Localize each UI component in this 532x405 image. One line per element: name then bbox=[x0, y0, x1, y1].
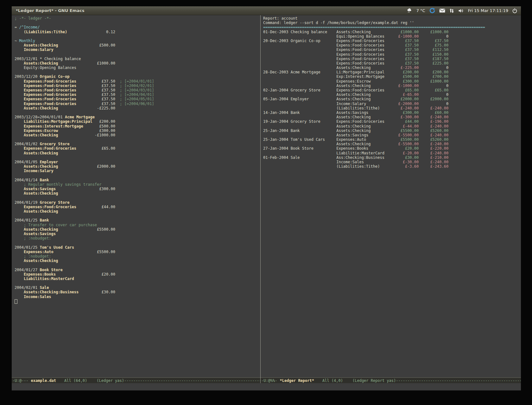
buffer-line: Assets:Checking:Business £30.00 bbox=[15, 290, 260, 294]
buffer-line: Liabilities:Mortgage:Principal £200.00 bbox=[15, 119, 260, 124]
register-row: 25-Jan-2004 BankAssets:Checking£5500.00£… bbox=[263, 128, 521, 133]
register-row: Assets:Savings£-5500.00£-240.00 bbox=[263, 133, 521, 137]
text-cursor bbox=[15, 299, 17, 304]
mail-icon[interactable] bbox=[439, 9, 445, 13]
echo-area[interactable] bbox=[12, 383, 521, 390]
buffer-line: Expenses:Food:Groceries £44.00 bbox=[15, 205, 260, 209]
emacs-frame: *Ledger Report* - GNU Emacs 7 °C bbox=[12, 6, 521, 390]
buffer-line bbox=[15, 173, 260, 178]
buffer-line: 2003/12/01 * Checking balance bbox=[15, 57, 260, 61]
register-row: 27-Jan-2004 Book StoreExpenses:Books£20.… bbox=[263, 146, 521, 151]
buffer-line bbox=[15, 214, 260, 218]
modeline-filler: ----------------------------------------… bbox=[396, 378, 521, 383]
buffer-line: Assets:Savings bbox=[15, 232, 260, 236]
buffer-line: Assets:Checking £2000.00 bbox=[15, 164, 260, 169]
buffer-line bbox=[15, 52, 260, 57]
buffer-line: = /^Income/ bbox=[15, 25, 260, 29]
ledger-file-buffer[interactable]: ; -*- ledger -*-= /^Income/ (Liabilities… bbox=[12, 15, 260, 377]
buffer-line: Income:Sales bbox=[15, 295, 260, 299]
report-separator: ========================================… bbox=[263, 25, 521, 29]
buffer-line: ; -*- ledger -*- bbox=[15, 16, 260, 21]
buffer-line: Assets:Checking bbox=[15, 259, 260, 263]
buffer-line: 2004/01/25 Bank bbox=[15, 218, 260, 222]
buffer-line: Expenses:Food:Groceries £37.50 ; [=2004/… bbox=[15, 92, 260, 97]
power-icon[interactable] bbox=[512, 8, 517, 13]
buffer-line bbox=[15, 299, 260, 303]
window-ledger-file: ; -*- ledger -*-= /^Income/ (Liabilities… bbox=[12, 15, 260, 383]
buffer-line: Assets:Checking -£225.00 bbox=[15, 106, 260, 110]
register-row: 05-Jan-2004 EmployerAssets:Checking£2000… bbox=[263, 97, 521, 101]
buffer-line bbox=[15, 34, 260, 39]
modeline-modes: (Ledger Report yas) bbox=[352, 378, 396, 383]
register-row: 14-Jan-2004 BankAssets:Savings£300.00£60… bbox=[263, 110, 521, 115]
modeline-flags: -U:@%%- bbox=[261, 378, 277, 383]
register-row: 28-Dec-2003 Acme MortgageLi:Mortgage:Pri… bbox=[263, 70, 521, 74]
register-row: 20-Dec-2003 Organic Co-opExpens:Food:Gro… bbox=[263, 39, 521, 43]
buffer-line: ; Transfer to cover car purchase bbox=[15, 223, 260, 227]
clock-label[interactable]: Fri 15 Mar 17:11:19 bbox=[468, 8, 508, 13]
modeline-flags: -U:@--- bbox=[12, 378, 28, 383]
register-row: 01-Feb-2004 SaleAss:Checking:Business£30… bbox=[263, 155, 521, 160]
report-title-line: Report: account bbox=[263, 16, 521, 21]
register-row: Expens:Food:Groceries£37.50£150.00 bbox=[263, 52, 521, 57]
buffer-line: 2003/12/20 Organic Co-op bbox=[15, 74, 260, 79]
buffer-line bbox=[15, 70, 260, 74]
buffer-line: Assets:Savings £300.00 bbox=[15, 187, 260, 191]
register-row: Assets:Checking£-44.00£-240.00 bbox=[263, 124, 521, 128]
buffer-line: Assets:Checking £5500.00 bbox=[15, 227, 260, 232]
register-row: 19-Jan-2004 Grocery StoreExpens:Food:Gro… bbox=[263, 119, 521, 124]
report-rows: 01-Dec-2003 Checking balanceAssets:Check… bbox=[263, 30, 521, 169]
buffer-line: Assets:Checking bbox=[15, 151, 260, 155]
buffer-line: 2004/01/25 Tom's Used Cars bbox=[15, 245, 260, 250]
register-row: Exp:Interest:Mortgage£500.00£700.00 bbox=[263, 74, 521, 79]
buffer-line: Equity:Opening Balances bbox=[15, 65, 260, 70]
modeline-right[interactable]: -U:@%%-*Ledger Report*All (4,0)(Ledger R… bbox=[261, 377, 521, 383]
ledger-report-buffer[interactable]: Report: account Command: ledger --sort d… bbox=[261, 15, 521, 377]
buffer-line: 2004/01/02 Grocery Store bbox=[15, 142, 260, 146]
register-row: Income:Sales£-30.00£-240.00 bbox=[263, 160, 521, 164]
buffer-line: Expenses:Food:Groceries £37.50 ; [=2004/… bbox=[15, 102, 260, 106]
buffer-line: Assets:Checking -£1000.00 bbox=[15, 133, 260, 137]
buffer-line: Liabilities:MasterCard bbox=[15, 277, 260, 281]
modeline-left[interactable]: -U:@---example.datAll (64,0)(Ledger yas)… bbox=[12, 377, 260, 383]
modeline-position: All (4,0) bbox=[322, 378, 343, 383]
buffer-line bbox=[15, 263, 260, 267]
register-row: 02-Jan-2004 Grocery StoreExpens:Food:Gro… bbox=[263, 88, 521, 92]
refresh-icon[interactable] bbox=[429, 8, 435, 14]
buffer-line: 2004/01/05 Employer bbox=[15, 160, 260, 164]
modeline-position: All (64,0) bbox=[64, 378, 87, 383]
register-row: Assets:Checking£-5500.00£-240.00 bbox=[263, 142, 521, 146]
buffer-line: 2004/01/19 Grocery Store bbox=[15, 200, 260, 205]
modeline-buffer-name: *Ledger Report* bbox=[280, 378, 314, 383]
buffer-line: Assets:Checking bbox=[15, 191, 260, 196]
buffer-line bbox=[15, 281, 260, 285]
system-tray: 7 °C bbox=[407, 8, 521, 14]
register-row: Expens:Food:Groceries£37.50£75.00 bbox=[263, 43, 521, 47]
buffer-line bbox=[15, 137, 260, 142]
register-row: 25-Jan-2004 Tom's Used CarsExpenses:Auto… bbox=[263, 137, 521, 142]
window-ledger-report: Report: account Command: ledger --sort d… bbox=[261, 15, 521, 383]
register-row: 01-Dec-2003 Checking balanceAssets:Check… bbox=[263, 30, 521, 34]
buffer-line: 2003/12/28=2004/01/01 Acme Mortgage bbox=[15, 115, 260, 119]
buffer-line: ~ Monthly bbox=[15, 39, 260, 43]
buffer-line: Expenses:Food:Groceries £37.50 ; [=2004/… bbox=[15, 84, 260, 88]
register-row: Expenses:Escrow£300.00£1000.00 bbox=[263, 79, 521, 84]
register-row: Expens:Food:Groceries£37.50£225.00 bbox=[263, 61, 521, 65]
window-titlebar[interactable]: *Ledger Report* - GNU Emacs 7 °C bbox=[12, 6, 521, 15]
buffer-line: (Liabilities:Tithe) 0.12 bbox=[15, 30, 260, 34]
volume-icon[interactable] bbox=[458, 9, 464, 13]
register-row: Assets:Checking£-300.00£-240.00 bbox=[263, 115, 521, 119]
register-row: Assets:Checking£-1000.000 bbox=[263, 84, 521, 88]
buffer-line: Expenses:Auto £5500.00 bbox=[15, 250, 260, 254]
buffer-line: Expenses:Interest:Mortgage £500.00 bbox=[15, 124, 260, 128]
buffer-line: 2004/01/14 Bank bbox=[15, 178, 260, 182]
buffer-line: 2004/01/27 Book Store bbox=[15, 268, 260, 272]
window-title: *Ledger Report* - GNU Emacs bbox=[12, 8, 84, 13]
network-icon[interactable] bbox=[449, 8, 454, 13]
register-row: Assets:Checking£-65.000 bbox=[263, 92, 521, 97]
register-row: Assets:Checking£-225.000 bbox=[263, 65, 521, 70]
buffer-line: Assets:Checking £500.00 bbox=[15, 43, 260, 47]
buffer-line bbox=[15, 110, 260, 115]
register-row: Expens:Food:Groceries£37.50£187.50 bbox=[263, 57, 521, 61]
weather-icon[interactable] bbox=[407, 8, 412, 13]
